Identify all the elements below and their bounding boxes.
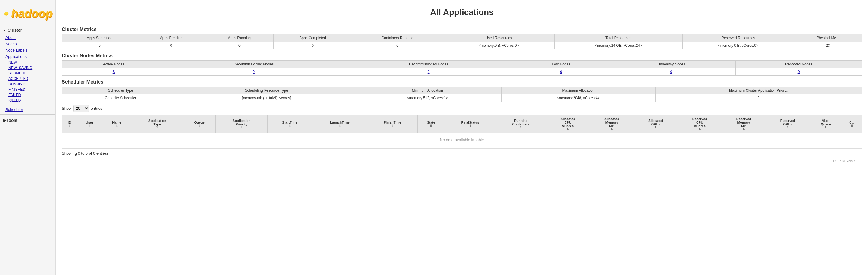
unhealthy-link[interactable]: 0 (670, 70, 673, 74)
col-unhealthy-nodes[interactable]: Unhealthy Nodes (607, 61, 736, 68)
hadoop-logo: hadoop (3, 5, 53, 22)
sidebar-item-submitted[interactable]: SUBMITTED (0, 70, 56, 76)
sidebar: hadoop ▼ Cluster About Nodes Node Labels… (0, 0, 56, 275)
col-rebooted-nodes[interactable]: Rebooted Nodes (736, 61, 862, 68)
apps-table-wrapper: ID⇅ User⇅ Name⇅ ApplicationType⇅ Queue⇅ … (62, 115, 862, 147)
sidebar-item-new-saving[interactable]: NEW_SAVING (0, 65, 56, 70)
sidebar-item-new[interactable]: NEW (0, 60, 56, 65)
th-reserved-gpus[interactable]: ReservedGPUs⇅ (766, 115, 810, 133)
col-active-nodes[interactable]: Active Nodes (62, 61, 165, 68)
th-state[interactable]: State⇅ (418, 115, 445, 133)
entries-label: entries (91, 106, 102, 111)
th-finish-time[interactable]: FinishTime⇅ (367, 115, 418, 133)
col-minimum-allocation[interactable]: Minimum Allocation (353, 87, 501, 94)
sidebar-item-nodes[interactable]: Nodes (0, 41, 56, 47)
th-final-status[interactable]: FinalStatus⇅ (444, 115, 496, 133)
th-allocated-cpu[interactable]: AllocatedCPUVCores⇅ (546, 115, 590, 133)
logo-area: hadoop (0, 3, 56, 26)
sidebar-divider (0, 104, 56, 105)
page-header: All Applications (62, 3, 862, 23)
sidebar-item-killed[interactable]: KILLED (0, 98, 56, 103)
val-lost-nodes: 0 (516, 68, 607, 76)
svg-point-2 (7, 13, 8, 14)
cluster-metrics-title: Cluster Metrics (62, 27, 862, 32)
rebooted-link[interactable]: 0 (798, 70, 800, 74)
active-nodes-link[interactable]: 3 (113, 70, 115, 74)
sidebar-item-node-labels[interactable]: Node Labels (0, 47, 56, 53)
th-running-containers[interactable]: RunningContainers⇅ (496, 115, 546, 133)
entries-select[interactable]: 20 50 100 (73, 105, 89, 112)
col-reserved-resources[interactable]: Reserved Resources (683, 34, 794, 42)
col-total-resources[interactable]: Total Resources (554, 34, 682, 42)
sidebar-item-finished[interactable]: FINISHED (0, 87, 56, 92)
show-entries-bar: Show 20 50 100 entries (62, 105, 862, 112)
col-apps-submitted[interactable]: Apps Submitted (62, 34, 137, 42)
th-queue[interactable]: Queue⇅ (183, 115, 216, 133)
col-containers-running[interactable]: Containers Running (352, 34, 443, 42)
val-total-resources: <memory:24 GB, vCores:24> (554, 42, 682, 50)
val-decommissioned-nodes: 0 (342, 68, 515, 76)
th-application-priority[interactable]: ApplicationPriority⇅ (216, 115, 267, 133)
val-apps-submitted: 0 (62, 42, 137, 50)
val-apps-pending: 0 (137, 42, 205, 50)
tools-section-header[interactable]: ▶ Tools (0, 116, 56, 125)
col-used-resources[interactable]: Used Resources (443, 34, 555, 42)
val-apps-running: 0 (205, 42, 274, 50)
th-c-col[interactable]: C...⇅ (842, 115, 862, 133)
col-apps-completed[interactable]: Apps Completed (274, 34, 352, 42)
col-scheduler-type[interactable]: Scheduler Type (62, 87, 179, 94)
no-data-cell: No data available in table (62, 133, 862, 147)
th-user[interactable]: User⇅ (77, 115, 102, 133)
val-used-resources: <memory:0 B, vCores:0> (443, 42, 555, 50)
sidebar-item-failed[interactable]: FAILED (0, 92, 56, 98)
th-launch-time[interactable]: LaunchTime⇅ (312, 115, 367, 133)
sidebar-item-applications[interactable]: Applications (0, 53, 56, 60)
col-physical-me[interactable]: Physical Me... (794, 34, 862, 42)
th-percent-queue[interactable]: % ofQueue⇅ (809, 115, 842, 133)
val-scheduler-type: Capacity Scheduler (62, 94, 179, 102)
sidebar-item-about[interactable]: About (0, 34, 56, 41)
decommissioning-link[interactable]: 0 (253, 70, 255, 74)
th-name[interactable]: Name⇅ (102, 115, 131, 133)
col-apps-pending[interactable]: Apps Pending (137, 34, 205, 42)
th-application-type[interactable]: ApplicationType⇅ (131, 115, 183, 133)
col-decommissioning-nodes[interactable]: Decommissioning Nodes (165, 61, 342, 68)
col-max-cluster-priority[interactable]: Maximum Cluster Application Priori... (655, 87, 862, 94)
scheduler-metrics-title: Scheduler Metrics (62, 79, 862, 85)
sidebar-item-scheduler[interactable]: Scheduler (0, 106, 56, 113)
scheduler-metrics-row: Capacity Scheduler [memory-mb (unit=Mi),… (62, 94, 862, 102)
col-lost-nodes[interactable]: Lost Nodes (516, 61, 607, 68)
val-physical-me: 23 (794, 42, 862, 50)
th-id[interactable]: ID⇅ (62, 115, 77, 133)
cluster-arrow: ▼ (3, 29, 6, 32)
tools-label: Tools (6, 118, 17, 123)
val-active-nodes: 3 (62, 68, 165, 76)
val-unhealthy-nodes: 0 (607, 68, 736, 76)
sidebar-item-accepted[interactable]: ACCEPTED (0, 76, 56, 82)
th-allocated-memory[interactable]: AllocatedMemoryMB⇅ (590, 115, 634, 133)
cluster-nodes-table: Active Nodes Decommissioning Nodes Decom… (62, 60, 862, 76)
th-reserved-memory[interactable]: ReservedMemoryMB⇅ (722, 115, 766, 133)
val-scheduling-resource-type: [memory-mb (unit=Mi), vcores] (179, 94, 354, 102)
cluster-links: About Nodes Node Labels Applications NEW… (0, 34, 56, 103)
decommissioned-link[interactable]: 0 (428, 70, 430, 74)
th-allocated-gpus[interactable]: AllocatedGPUs⇅ (634, 115, 678, 133)
cluster-nodes-title: Cluster Nodes Metrics (62, 53, 862, 59)
th-reserved-cpu[interactable]: ReservedCPUVCores⇅ (678, 115, 722, 133)
col-scheduling-resource-type[interactable]: Scheduling Resource Type (179, 87, 354, 94)
th-start-time[interactable]: StartTime⇅ (267, 115, 312, 133)
cluster-metrics-table: Apps Submitted Apps Pending Apps Running… (62, 34, 862, 50)
table-header-row: ID⇅ User⇅ Name⇅ ApplicationType⇅ Queue⇅ … (62, 115, 862, 133)
lost-link[interactable]: 0 (560, 70, 562, 74)
col-decommissioned-nodes[interactable]: Decommissioned Nodes (342, 61, 515, 68)
applications-table: ID⇅ User⇅ Name⇅ ApplicationType⇅ Queue⇅ … (62, 115, 862, 147)
tools-divider (0, 114, 56, 115)
tools-arrow: ▶ (3, 118, 6, 123)
sidebar-item-running[interactable]: RUNNING (0, 82, 56, 87)
val-max-cluster-priority: 0 (655, 94, 862, 102)
col-maximum-allocation[interactable]: Maximum Allocation (501, 87, 655, 94)
hadoop-elephant-icon (3, 5, 10, 22)
col-apps-running[interactable]: Apps Running (205, 34, 274, 42)
cluster-section-header[interactable]: ▼ Cluster (0, 26, 56, 34)
no-data-row: No data available in table (62, 133, 862, 147)
